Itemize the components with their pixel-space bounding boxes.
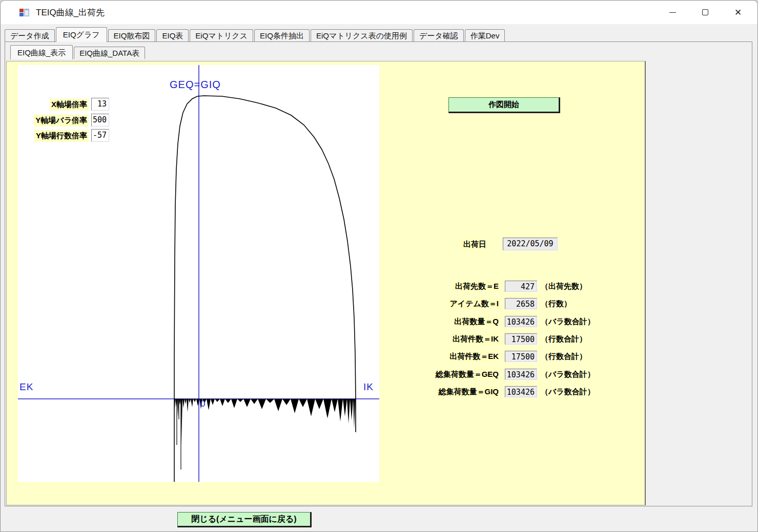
tab-eiq-hyou[interactable]: EIQ表: [156, 29, 189, 41]
x-scale-input[interactable]: 13: [91, 98, 109, 111]
stat-field-ik[interactable]: 17500: [505, 333, 537, 345]
minimize-button[interactable]: [656, 1, 689, 24]
stat-note-ek: （行数合計）: [541, 352, 587, 361]
stat-field-giq[interactable]: 103426: [505, 386, 537, 397]
chart-label-ik: IK: [363, 381, 374, 393]
stat-field-i[interactable]: 2658: [505, 298, 537, 309]
app-icon-image: [19, 7, 30, 17]
stat-note-q: （バラ数合計）: [541, 317, 595, 327]
tab-data-kakunin[interactable]: データ確認: [414, 29, 464, 41]
stat-field-ek[interactable]: 17500: [505, 351, 537, 362]
stat-note-ik: （行数合計）: [541, 334, 587, 344]
y-bara-scale-input[interactable]: 500: [91, 114, 109, 126]
stat-field-geq[interactable]: 103426: [505, 369, 537, 380]
tab-sagyou-dev[interactable]: 作業Dev: [465, 29, 505, 41]
subtab-eiq-curve-display[interactable]: EIQ曲線_表示: [10, 45, 73, 59]
chart-label-geq-giq: GEQ=GIQ: [170, 79, 221, 91]
minimize-icon: [669, 12, 676, 13]
y-bara-scale-label: Y軸場バラ倍率: [34, 115, 89, 126]
title-bar: TEIQ曲線_出荷先 ✕: [1, 1, 757, 24]
stat-label-q: 出荷数量＝Q: [453, 316, 500, 327]
app-icon: [19, 7, 30, 17]
app-window: TEIQ曲線_出荷先 ✕ データ作成 EIQグラフ EIQ散布図 EIQ表 Ei…: [0, 0, 758, 532]
main-tab-strip: データ作成 EIQグラフ EIQ散布図 EIQ表 EiQマトリクス EIQ条件抽…: [5, 27, 506, 41]
stat-label-ek: 出荷件数＝EK: [448, 351, 500, 362]
sub-tab-strip: EIQ曲線_表示 EIQ曲線_DATA表: [10, 45, 146, 59]
x-scale-label: X軸場倍率: [50, 99, 89, 111]
stat-label-giq: 総集荷数量＝GIQ: [437, 387, 500, 397]
y-rows-scale-label: Y軸場行数倍率: [34, 130, 89, 142]
close-button[interactable]: ✕: [722, 1, 754, 24]
close-return-menu-button[interactable]: 閉じる(メニュー画面に戻る): [177, 512, 312, 527]
tab-eiq-jouken[interactable]: EIQ条件抽出: [254, 29, 310, 41]
chart-label-ek: EK: [19, 381, 33, 393]
tab-eiq-matrix[interactable]: EiQマトリクス: [190, 29, 253, 41]
window-title: TEIQ曲線_出荷先: [36, 7, 105, 18]
close-icon: ✕: [734, 8, 742, 17]
chart-label-origin: 0: [200, 399, 206, 409]
stat-label-ik: 出荷件数＝IK: [452, 334, 500, 345]
tab-eiq-sanpuzu[interactable]: EIQ散布図: [108, 29, 156, 41]
stat-label-e: 出荷先数＝E: [454, 281, 500, 292]
eiq-graph-tabpage: EIQ曲線_表示 EIQ曲線_DATA表: [5, 41, 752, 506]
maximize-icon: [702, 9, 708, 15]
maximize-button[interactable]: [689, 1, 722, 24]
subtab-eiq-curve-data-table[interactable]: EIQ曲線_DATA表: [74, 47, 145, 59]
stat-label-i: アイテム数＝I: [448, 299, 500, 309]
plot-start-button[interactable]: 作図開始: [448, 97, 560, 113]
tab-eiq-graph[interactable]: EIQグラフ: [56, 27, 107, 42]
stat-note-i: （行数）: [541, 299, 571, 309]
ship-date-field[interactable]: 2022/05/09: [503, 238, 558, 250]
stat-note-giq: （バラ数合計）: [541, 387, 595, 397]
stat-note-geq: （バラ数合計）: [541, 370, 595, 379]
stat-note-e: （出荷先数）: [541, 282, 587, 291]
stat-field-e[interactable]: 427: [505, 281, 537, 292]
stat-field-q[interactable]: 103426: [505, 316, 537, 327]
caption-buttons: ✕: [656, 1, 754, 24]
tab-eiq-matrix-example[interactable]: EiQマトリクス表の使用例: [311, 29, 413, 41]
eiq-curve-panel: GEQ=GIQ EK IK 0 X軸場倍率 13 Y軸場バラ倍率 500 Y軸場…: [6, 61, 646, 505]
y-rows-scale-input[interactable]: -57: [91, 129, 109, 142]
eiq-curve-svg: [18, 65, 379, 482]
tab-data-sakusei[interactable]: データ作成: [5, 29, 55, 41]
ship-date-label: 出荷日: [462, 239, 488, 250]
eiq-curve-chart: GEQ=GIQ EK IK 0 X軸場倍率 13 Y軸場バラ倍率 500 Y軸場…: [18, 65, 379, 482]
stat-label-geq: 総集荷数量＝GEQ: [435, 369, 500, 380]
